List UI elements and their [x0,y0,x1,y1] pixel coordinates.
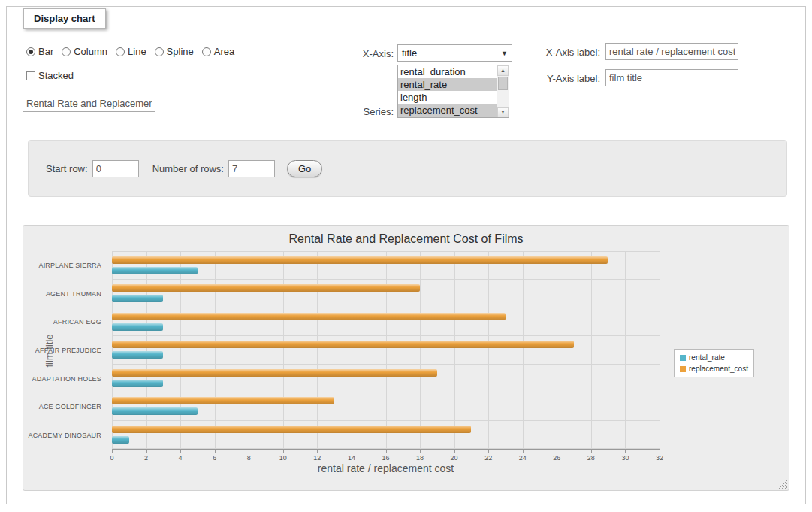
x-axis-select[interactable]: title ▼ [397,44,512,62]
display-chart-container: Display chart Bar Column Line Spline Are… [6,6,806,504]
start-row-label: Start row: [46,163,88,174]
x-tick-label: 22 [484,454,492,462]
tick-mark [352,450,352,453]
x-tick-label: 28 [587,454,595,462]
plot-area [112,251,660,450]
tick-mark [557,450,557,453]
chart-title: Rental Rate and Replacement Cost of Film… [23,232,789,246]
x-tick-label: 0 [110,454,113,462]
radio-icon [116,47,125,56]
x-tick-label: 4 [179,454,183,462]
tick-mark [283,450,284,453]
x-tick-label: 26 [553,454,560,462]
radio-icon [62,47,71,56]
legend-item[interactable]: rental_rate [680,353,748,362]
bar-replacement_cost[interactable] [112,369,437,377]
bar-rental_rate[interactable] [112,436,129,444]
series-select-label: Series: [322,106,394,117]
series-option-replacement-cost[interactable]: replacement_cost [398,104,497,117]
row-range-panel: Start row: Number of rows: Go [28,140,787,197]
num-rows-label: Number of rows: [152,163,224,174]
start-row-input[interactable] [92,160,139,177]
category-band [112,336,660,364]
chart-legend: rental_ratereplacement_cost [674,349,754,377]
x-tick-label: 18 [416,454,424,462]
chart-panel: Rental Rate and Replacement Cost of Film… [23,225,789,491]
scrollbar-track[interactable] [497,76,509,107]
bar-rental_rate[interactable] [112,323,163,331]
x-axis-title: rental rate / replacement cost [112,462,660,474]
bar-rental_rate[interactable] [112,407,198,415]
radio-icon [202,47,211,56]
series-option-rental-rate[interactable]: rental_rate [398,78,497,91]
bar-replacement_cost[interactable] [112,397,334,404]
tick-mark [454,450,455,453]
radio-spline[interactable]: Spline [155,46,194,57]
tick-mark [317,450,318,453]
radio-spline-label: Spline [167,46,194,57]
category-band [112,365,660,392]
legend-label: rental_rate [689,353,725,362]
series-option-rental-duration[interactable]: rental_duration [398,65,497,78]
radio-area[interactable]: Area [202,46,234,57]
x-tick-label: 6 [213,454,216,462]
tick-mark [386,450,387,453]
legend-swatch [680,366,686,372]
stacked-checkbox[interactable]: Stacked [26,70,74,81]
scroll-up-icon[interactable]: ▲ [497,65,509,76]
bar-rental_rate[interactable] [112,380,163,387]
chart-title-input[interactable] [23,95,155,112]
category-band [112,421,660,449]
radio-icon [26,47,35,56]
bar-replacement_cost[interactable] [112,284,420,292]
radio-line[interactable]: Line [116,46,146,57]
chevron-down-icon: ▼ [501,50,508,57]
panel-title: Display chart [23,8,106,29]
scroll-down-icon[interactable]: ▼ [497,107,509,117]
y-axis-label-input[interactable] [605,69,738,86]
legend-swatch [680,355,686,361]
category-label: AFFAIR PREJUDICE [35,347,101,354]
x-tick-label: 20 [451,454,458,462]
chart-type-radios: Bar Column Line Spline Area [26,46,234,57]
category-label: ACADEMY DINOSAUR [28,432,101,439]
series-options: rental_duration rental_rate length repla… [398,65,497,117]
num-rows-input[interactable] [228,160,275,177]
radio-line-label: Line [128,46,146,57]
scrollbar-thumb[interactable] [498,77,508,90]
x-tick-label: 14 [348,454,355,462]
tick-mark [420,450,421,453]
tick-mark [591,450,592,453]
tick-mark [112,450,113,453]
bar-rental_rate[interactable] [112,267,198,274]
bar-replacement_cost[interactable] [112,256,608,264]
x-tick-label: 12 [313,454,321,462]
bar-replacement_cost[interactable] [112,341,574,348]
tick-mark [625,450,626,453]
x-tick-label: 8 [247,454,251,462]
x-axis: 02468101214161820222426283032 [112,450,660,463]
x-tick-label: 30 [621,454,629,462]
x-axis-select-label: X-Axis: [322,48,394,59]
radio-bar[interactable]: Bar [26,46,53,57]
radio-column[interactable]: Column [62,46,107,57]
category-label: ACE GOLDFINGER [39,403,101,411]
category-label: AIRPLANE SIERRA [38,262,101,269]
bar-rental_rate[interactable] [112,351,163,359]
category-label: ADAPTATION HOLES [32,375,101,383]
bar-replacement_cost[interactable] [112,426,471,433]
go-button[interactable]: Go [287,160,322,177]
legend-item[interactable]: replacement_cost [680,365,748,373]
x-axis-label-input[interactable] [605,43,738,60]
bar-replacement_cost[interactable] [112,313,506,320]
tick-mark [249,450,249,453]
series-multiselect[interactable]: rental_duration rental_rate length repla… [397,65,509,118]
bar-rental_rate[interactable] [112,295,163,302]
radio-area-label: Area [214,46,234,57]
category-axis: AIRPLANE SIERRAAGENT TRUMANAFRICAN EGGAF… [23,251,107,450]
scrollbar[interactable]: ▲ ▼ [497,65,509,117]
x-tick-label: 10 [279,454,287,462]
series-option-length[interactable]: length [398,91,497,104]
tick-mark [180,450,181,453]
resize-handle[interactable] [778,480,787,489]
